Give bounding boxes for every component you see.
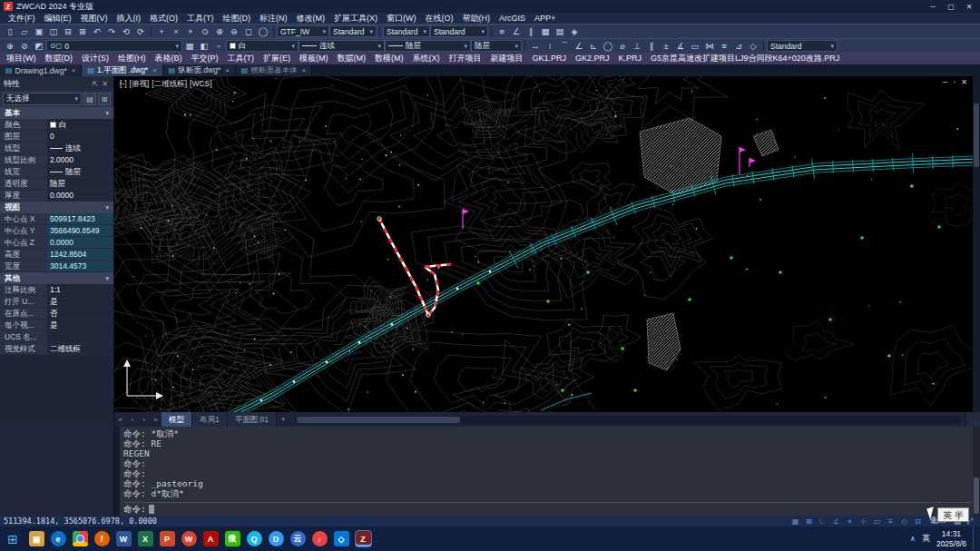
toolbar-icon[interactable]: ≡ — [717, 40, 731, 53]
toolbar-icon[interactable]: ▣ — [32, 25, 46, 38]
taskbar-app-icon[interactable]: f — [94, 531, 110, 546]
taskbar-app-icon[interactable]: ◇ — [334, 531, 349, 546]
status-toggle-icon[interactable]: ⊡ — [911, 517, 925, 526]
toolbar-icon[interactable]: ⌀ — [615, 40, 630, 53]
tab-nav-arrow-icon[interactable]: › — [138, 416, 150, 424]
tab-close-icon[interactable]: × — [152, 66, 157, 74]
viewport-label-item[interactable]: [WCS] — [190, 79, 212, 90]
selection-dropdown[interactable]: 无选择▾ — [3, 93, 82, 105]
canvas-horizontal-scrollbar[interactable] — [295, 416, 960, 424]
toolbar-icon[interactable]: ⋈ — [702, 40, 717, 53]
project-menu-item[interactable]: 绘图(H) — [113, 53, 151, 64]
property-row[interactable]: 线型比例 2.0000 — [0, 154, 113, 166]
layout-tab[interactable]: 模型 — [162, 412, 192, 427]
taskbar-app-icon[interactable]: Q — [247, 531, 262, 546]
toolbar-icon[interactable]: ◧ — [197, 40, 211, 53]
toolbar-icon[interactable]: ⊿ — [731, 40, 746, 53]
layout-tab[interactable]: 布局1 — [192, 412, 228, 427]
toolbar-icon[interactable]: ↶ — [90, 25, 104, 38]
property-row[interactable]: 颜色 白 — [0, 119, 113, 131]
property-row[interactable]: 视觉样式 二维线框 — [0, 343, 113, 355]
taskbar-app-icon[interactable]: A — [203, 531, 219, 546]
dock-icon[interactable]: ⇱ — [91, 80, 101, 88]
viewport-label-item[interactable]: [二维线框] — [152, 79, 187, 90]
close-icon[interactable]: ✕ — [100, 80, 110, 88]
project-menu-item[interactable]: 扩展(E) — [259, 53, 295, 64]
property-row[interactable]: 线宽 随层 — [0, 166, 113, 178]
tab-close-icon[interactable]: × — [301, 66, 306, 74]
status-toggle-icon[interactable]: ▦ — [789, 517, 802, 526]
document-tab[interactable]: ▤ 1.平面图 .dwg* × — [82, 64, 162, 76]
tab-close-icon[interactable]: × — [72, 66, 76, 74]
tab-close-icon[interactable]: × — [225, 66, 230, 74]
linetype-dropdown[interactable]: 连续 ▾ — [299, 40, 385, 52]
toolbar-icon[interactable]: ◫ — [46, 25, 61, 38]
property-row[interactable]: 厚度 0.0000 — [0, 190, 113, 202]
toolbar-icon[interactable]: ∥ — [524, 25, 538, 38]
toolbar-icon[interactable]: ◯ — [601, 40, 615, 53]
toolbar-icon[interactable]: ∠ — [509, 25, 524, 38]
dim-style-dropdown[interactable]: Standard▾ — [329, 25, 377, 37]
toolbar-icon[interactable]: ∡ — [673, 40, 688, 53]
toolbar-icon[interactable]: ⊕ — [212, 25, 227, 38]
property-row[interactable]: 打开 U... 是 — [0, 296, 113, 308]
toolbar-icon[interactable]: ◇ — [746, 40, 760, 53]
toolbar-icon[interactable]: ▱ — [17, 25, 32, 38]
toolbar-icon[interactable]: ◈ — [567, 25, 582, 38]
quick-select-icon[interactable]: ▤ — [83, 93, 96, 105]
taskbar-app-icon[interactable]: W — [181, 531, 197, 546]
command-input[interactable]: 命令: — [123, 502, 973, 516]
toolbar-icon[interactable]: ◯ — [256, 25, 270, 38]
project-menu-item[interactable]: 数据(M) — [333, 53, 371, 64]
section-header-misc[interactable]: 其他▾ — [0, 272, 113, 284]
taskbar-app-icon[interactable]: P — [160, 531, 175, 546]
menu-item[interactable]: 绘图(D) — [219, 13, 256, 24]
status-toggle-icon[interactable]: ◇ — [897, 517, 911, 526]
toolbar-icon[interactable]: ▤ — [553, 25, 567, 38]
status-toggle-icon[interactable]: ⌖ — [843, 517, 857, 526]
viewport-label-item[interactable]: [俯视] — [130, 79, 150, 90]
canvas-vertical-scrollbar[interactable] — [973, 76, 980, 412]
toolbar-icon[interactable]: ∥ — [644, 40, 659, 53]
viewport-label-item[interactable]: [-] — [120, 79, 127, 90]
project-menu-item[interactable]: 工具(T) — [223, 53, 260, 64]
taskbar-app-icon[interactable] — [73, 531, 88, 546]
status-toggle-icon[interactable]: ≡ — [884, 517, 897, 526]
taskbar-app-icon[interactable]: 微 — [225, 531, 240, 546]
document-tab[interactable]: ▤ 纵断面.dwg* × — [163, 64, 236, 76]
dimstyle-dropdown[interactable]: Standard▾ — [767, 40, 838, 52]
property-row[interactable]: 在原点... 否 — [0, 308, 113, 320]
property-row[interactable]: 图层 0 — [0, 131, 113, 143]
viewport-control-icon[interactable]: ─ — [943, 78, 948, 86]
toolbar-icon[interactable]: ⊕ — [3, 40, 17, 53]
toolbar-icon[interactable]: ⌖ — [183, 25, 198, 38]
toolbar-icon[interactable]: ≡ — [495, 25, 509, 38]
project-menu-item[interactable]: 数据(D) — [41, 53, 78, 64]
toolbar-icon[interactable]: ∠ — [572, 40, 586, 53]
property-row[interactable]: 中心点 Z 0.0000 — [0, 237, 113, 249]
toolbar-icon[interactable]: ▭ — [688, 40, 702, 53]
project-menu-item[interactable]: K.PRJ — [614, 53, 647, 64]
minimize-button[interactable]: ─ — [924, 0, 942, 13]
toolbar-icon[interactable]: ↷ — [104, 25, 119, 38]
toolbar-icon[interactable]: ⊘ — [17, 40, 32, 53]
property-row[interactable]: 透明度 随层 — [0, 178, 113, 190]
property-row[interactable]: 中心点 X 509917.8423 — [0, 213, 113, 225]
taskbar-app-icon[interactable]: D — [269, 531, 284, 546]
taskbar-app-icon[interactable]: ♪ — [312, 531, 328, 546]
menu-item[interactable]: APP+ — [530, 13, 560, 24]
show-desktop-button[interactable] — [973, 526, 976, 551]
taskbar-app-icon[interactable]: 云 — [290, 531, 306, 546]
viewport-control-icon[interactable]: ▫ — [953, 78, 956, 86]
menu-item[interactable]: 窗口(W) — [382, 13, 421, 24]
toolbar-icon[interactable]: ◩ — [32, 40, 46, 53]
layer-dropdown[interactable]: ⊙◻ 0 ▾ — [46, 40, 182, 52]
status-toggle-icon[interactable]: ∟ — [816, 517, 829, 526]
status-toggle-icon[interactable]: ∠ — [829, 517, 843, 526]
toolbar-icon[interactable]: ▦ — [538, 25, 553, 38]
tab-nav-arrow-icon[interactable]: ‹ — [126, 416, 138, 424]
scrollbar-thumb[interactable] — [297, 417, 460, 423]
document-tab[interactable]: ▤ Drawing1.dwg* × — [0, 64, 82, 76]
project-menu-item[interactable]: GK1.PRJ — [528, 53, 572, 64]
input-language-indicator[interactable]: 英 — [922, 533, 930, 545]
